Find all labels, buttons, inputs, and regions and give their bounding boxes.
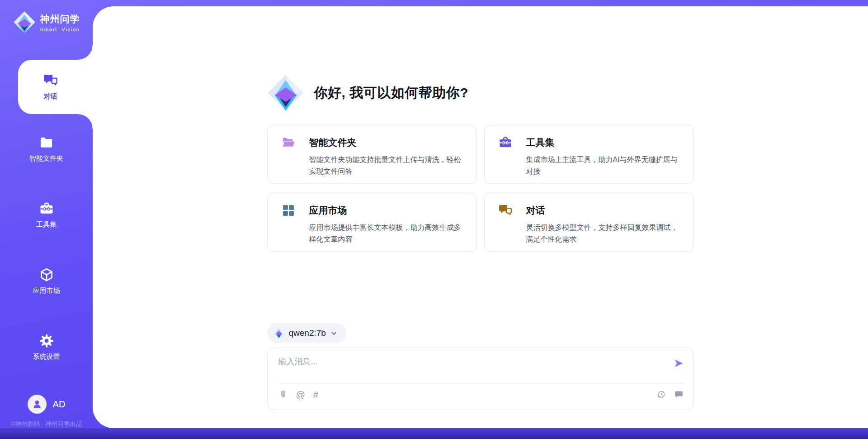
brand-name: 神州问学 [40,13,80,25]
card-description: 智能文件夹功能支持批量文件上传与清洗，轻松实现文件问答 [309,154,466,177]
main-panel: 你好, 我可以如何帮助你? 智能文件夹 智能文件夹功能支持批量文件上传与清洗，轻… [93,6,868,428]
tab-curve-bottom [78,114,93,129]
toolbox-icon [39,201,54,216]
message-composer: ➤ @ # [267,348,694,410]
attachment-icon[interactable] [278,390,288,399]
history-icon[interactable] [656,390,666,399]
user-profile[interactable]: AD [0,395,93,414]
bottom-bar [0,428,868,439]
brand-diamond-icon [13,11,36,33]
greeting: 你好, 我可以如何帮助你? [267,74,694,111]
avatar [28,395,47,414]
card-head: 应用市场 [281,203,466,218]
tab-curve-top [78,45,93,60]
grid-icon [281,203,296,218]
card-description: 应用市场提供丰富长文本模板，助力高效生成多样化文章内容 [309,222,466,245]
sidebar-item-settings[interactable]: 系统设置 [0,333,93,361]
chat-icon [43,73,58,88]
sidebar-item-app-market[interactable]: 应用市场 [0,267,93,295]
message-input[interactable] [278,354,674,382]
greeting-diamond-icon [267,74,304,111]
model-diamond-icon [274,328,284,339]
folder-icon [39,135,54,150]
card-head: 智能文件夹 [281,135,466,150]
card-title: 对话 [526,204,545,217]
card-title: 智能文件夹 [309,136,357,149]
sidebar-footer: ©神州数码 · 神州问学出品 [0,420,93,428]
sidebar-item-label: 智能文件夹 [29,154,63,163]
person-icon [31,398,43,410]
card-title: 工具集 [526,136,555,149]
toolbox-icon [498,135,513,150]
sidebar-item-chat[interactable]: 对话 [18,60,93,114]
greeting-title: 你好, 我可以如何帮助你? [314,84,469,102]
model-selector[interactable]: qwen2:7b [267,323,346,343]
send-icon[interactable]: ➤ [674,357,684,369]
sidebar-item-toolset[interactable]: 工具集 [0,201,93,229]
composer-toolbar: @ # [278,384,684,405]
card-smart-folder[interactable]: 智能文件夹 智能文件夹功能支持批量文件上传与清洗，轻松实现文件问答 [267,125,477,184]
composer-input-row: ➤ [278,354,684,383]
model-name: qwen2:7b [289,328,326,338]
card-head: 工具集 [498,135,683,150]
folder-open-icon [281,135,296,150]
card-app-market[interactable]: 应用市场 应用市场提供丰富长文本模板，助力高效生成多样化文章内容 [267,193,477,252]
card-chat[interactable]: 对话 灵活切换多模型文件，支持多样回复效果调试，满足个性化需求 [484,193,694,252]
card-toolset[interactable]: 工具集 集成市场上主流工具，助力AI与外界无缝扩展与对接 [484,125,694,184]
user-initials: AD [53,399,66,410]
main-content: 你好, 我可以如何帮助你? 智能文件夹 智能文件夹功能支持批量文件上传与清洗，轻… [267,6,694,410]
chat-icon [498,203,513,218]
sidebar-item-label: 应用市场 [33,286,60,295]
card-head: 对话 [498,203,683,218]
feature-cards: 智能文件夹 智能文件夹功能支持批量文件上传与清洗，轻松实现文件问答 工具集 集成… [267,125,694,252]
sidebar-item-label: 对话 [44,92,57,101]
gear-icon [39,333,54,348]
sidebar-item-label: 工具集 [36,220,57,229]
chevron-down-icon [330,330,337,337]
sidebar-item-smart-folder[interactable]: 智能文件夹 [0,135,93,163]
hashtag-icon[interactable]: # [313,390,318,399]
mention-icon[interactable]: @ [296,390,305,399]
brand-subtitle: Smart Vision [40,27,80,32]
brand-logo: 神州问学 Smart Vision [0,11,93,33]
comment-icon[interactable] [674,390,684,399]
cube-icon [39,267,54,282]
card-title: 应用市场 [309,204,347,217]
sidebar: 神州问学 Smart Vision 对话 智能文件夹 工具集 应用市场 系统设置 [0,0,93,428]
sidebar-item-label: 系统设置 [33,353,60,361]
card-description: 集成市场上主流工具，助力AI与外界无缝扩展与对接 [526,154,683,177]
card-description: 灵活切换多模型文件，支持多样回复效果调试，满足个性化需求 [526,222,683,245]
